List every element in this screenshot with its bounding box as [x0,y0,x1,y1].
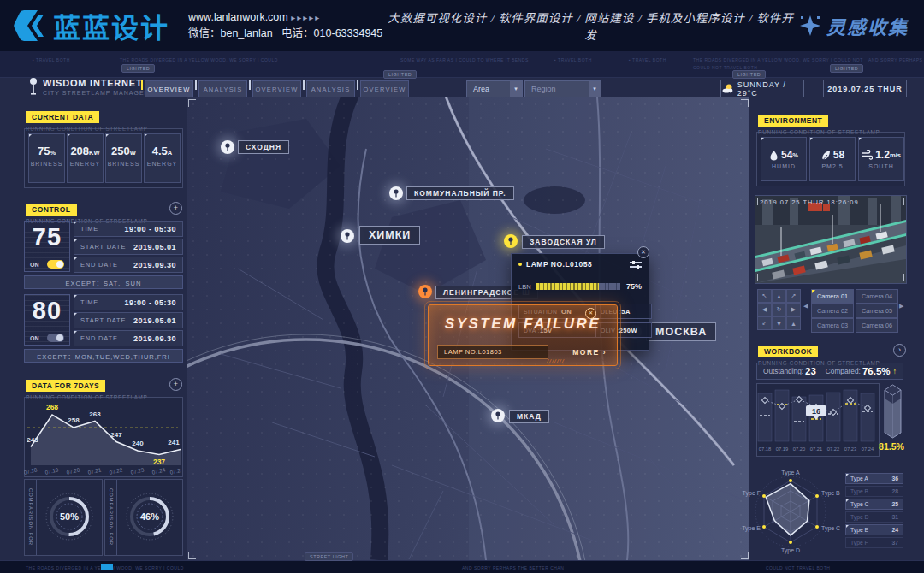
map-label-mkad[interactable]: МКАД [509,410,549,423]
alert-close-icon[interactable]: ✕ [585,308,596,319]
camera-06-button[interactable]: Camera 06 [856,318,898,333]
map-corner [188,552,196,559]
camera-01-button[interactable]: Camera 01 [811,289,854,304]
map-pin-skhodnya[interactable] [221,140,234,154]
map-corner [188,99,196,107]
stat-briness-w: 250W BRINESS [105,133,142,183]
svg-text:07.24: 07.24 [151,466,166,475]
map-pin-zavodskaya[interactable] [504,234,518,248]
streetlamp-icon [28,77,38,97]
deco-text: COULD NOT TRAVEL BOTH [766,565,830,570]
deco-text: ▪ TRAVEL BOTH [554,57,592,62]
more-button[interactable]: MORE › [572,345,607,359]
map-label-skhodnya[interactable]: СХОДНЯ [238,140,289,154]
camera-pan-up-left[interactable]: ↖ [757,289,772,303]
map-label-kommunalny[interactable]: КОММУНАЛЬНЫЙ ПР. [406,186,514,200]
map-pin-mkad[interactable] [491,409,505,422]
env-humidity: 54% HUMID [761,137,807,181]
camera-pan-down[interactable]: ▼ [772,316,786,330]
environment-label: ENVIRONMENT [758,115,828,127]
time-row: TIME19:00 - 05:30 [74,294,183,310]
week-expand-button[interactable]: + [169,378,182,391]
camera-pan-down-right[interactable]: ▲ [786,316,801,330]
type-row-c[interactable]: Type C25 [845,499,903,510]
lbn-progressbar [536,283,620,290]
map-pin-khimki[interactable] [341,229,354,243]
svg-text:241: 241 [168,439,180,446]
camera-pan-right[interactable]: ▶ [786,303,801,316]
date-text: 2019.07.25 THUR [827,85,903,93]
services-line: 大数据可视化设计 / 软件界面设计 / 网站建设 / 手机及小程序设计 / 软件… [382,9,799,43]
lanlan-logo-icon [12,9,46,43]
svg-text:247: 247 [110,431,122,439]
brightness-level-1: 75 ON [24,221,70,272]
lamp-group1-toggle[interactable] [47,260,64,269]
inspiration-collect[interactable]: 灵感收集 [799,12,909,39]
camera-reset[interactable]: ↻ [772,303,786,316]
brand-name: 蓝蓝设计 [53,6,169,45]
lamp-group2-toggle[interactable] [47,334,64,342]
camera-pan-up-right[interactable]: ↗ [786,289,801,303]
type-row-a[interactable]: Type A36 [845,473,903,484]
map-pin-kommunalny[interactable] [389,186,403,200]
tab-analysis-1[interactable]: ANALYSIS [198,80,247,97]
type-row-b[interactable]: Type B28 [845,486,903,497]
tab-overview-2[interactable]: OVERVIEW [252,80,301,97]
tab-overview-1[interactable]: OVERVIEW [145,80,193,97]
blue-chip-decor [101,564,113,570]
workbook-bar-chart: 16 07.1807.19 07.2007.21 07.2207.23 07.2… [756,383,878,455]
map-label-khimki[interactable]: ХИМКИ [359,226,420,245]
stat-energy-kw: 208KW ENERGY [67,133,104,183]
area-select[interactable]: Area▾ [466,80,523,97]
tab-analysis-2[interactable]: ANALYSIS [306,80,355,97]
gauge-value: 50% [44,491,95,542]
popup-close-icon[interactable]: ✕ [637,246,649,258]
camera-pan-left[interactable]: ◀ [757,303,772,316]
lamp-popup-title: LAMP NO.L01058 [526,260,630,269]
svg-text:07.20: 07.20 [793,446,806,452]
camera-04-button[interactable]: Camera 04 [856,289,898,304]
map-label-zavodskaya[interactable]: ЗАВОДСКАЯ УЛ [522,235,605,249]
website-link[interactable]: www.lanlanwork.com [188,11,288,23]
sliders-icon[interactable] [630,260,642,269]
droplet-icon [769,150,779,161]
collect-label: 灵感收集 [826,12,909,39]
svg-text:07.18: 07.18 [759,446,772,452]
type-row-f[interactable]: Type F37 [845,537,903,548]
comparison-side-label: COMPARISON FOR [105,480,117,555]
start-date-row: START DATE2019.05.01 [74,239,183,255]
deco-strip: ▪ TRAVEL BOTH THE ROADS DIVERGED IN A YE… [0,51,924,78]
camera-list-prev[interactable]: ◀ [803,303,808,310]
type-row-e[interactable]: Type E24 [845,524,903,535]
except-bar-2: EXCEPT：MON,TUE,WED,THUR,FRI [24,349,183,363]
camera-pan-up[interactable]: ▲ [772,289,786,303]
camera-list-next[interactable]: ▶ [899,303,903,310]
region-select[interactable]: Region▾ [524,80,601,97]
deco-text: THE ROADS DIVERGED IN A YELLOW WOOD, WE … [120,57,278,62]
svg-text:258: 258 [68,416,80,424]
svg-text:07.23: 07.23 [130,466,145,475]
tab-overview-3[interactable]: OVERVIEW [360,80,409,97]
camera-pan-down-left[interactable]: ↙ [757,316,772,330]
phone-info: 电话：010-63334945 [281,27,382,39]
alert-lamp-id: LAMP NO.L01803 [437,345,548,359]
map-pin-leningradskoe[interactable] [418,285,432,298]
tab-tick [195,80,197,90]
promo-banner: 蓝蓝设计 www.lanlanwork.com ▸▸▸▸▸ 微信：ben_lan… [0,0,924,51]
control-expand-button[interactable]: + [169,202,182,215]
camera-03-button[interactable]: Camera 03 [811,318,854,333]
svg-text:07.21: 07.21 [810,446,823,452]
deco-text: ▪ TRAVEL BOTH [33,57,70,62]
workbook-next-button[interactable]: › [893,344,906,357]
type-row-d[interactable]: Type D31 [845,511,903,523]
comparison-side-label: COMPARISON FOR [25,480,37,555]
deco-text: AND SORRY PERHAPS THE BETTER CHAN, BECAU… [868,57,924,62]
deco-text: SOME WAY AS FAR AS I COULD TO WHERE IT B… [400,57,529,62]
arrows-decor: ▸▸▸▸▸ [291,13,321,22]
camera-02-button[interactable]: Camera 02 [811,304,854,318]
camera-05-button[interactable]: Camera 05 [856,304,898,318]
map-label-moskva[interactable]: МОСКВА [646,322,716,341]
camera-video-feed[interactable]: 2019.07.25 THUR 18:26:09 [755,195,907,284]
map-corner [741,552,749,559]
svg-text:Type A: Type A [781,470,800,476]
